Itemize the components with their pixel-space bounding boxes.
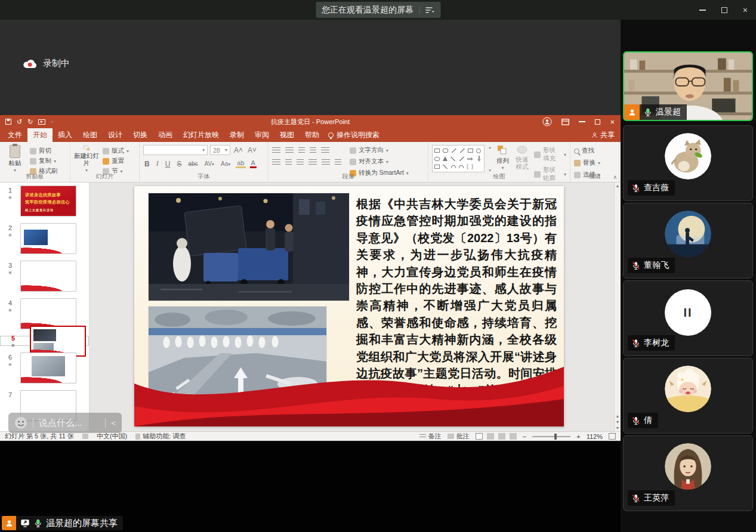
justify-icon[interactable] bbox=[308, 159, 317, 166]
slide-thumb-5-selected[interactable]: 5∗ bbox=[0, 336, 89, 346]
spellcheck-icon[interactable] bbox=[82, 434, 88, 439]
current-slide[interactable]: 根据《中共吉林大学委员会关于新冠疫情应急管控时期加强党的建设的指导意见》（校党发… bbox=[134, 186, 564, 426]
char-spacing-button[interactable]: AV▾ bbox=[203, 160, 215, 167]
tab-transitions[interactable]: 切换 bbox=[128, 128, 153, 142]
ppt-minimize-button[interactable] bbox=[579, 121, 585, 122]
reset-button[interactable]: 重置 bbox=[103, 157, 129, 165]
participant-tile-wenjingchao[interactable]: 温景超 bbox=[623, 51, 753, 121]
close-button[interactable]: × bbox=[743, 6, 748, 14]
align-left-icon[interactable] bbox=[272, 159, 280, 166]
slide-thumb-1[interactable]: 1∗ 讲述身边抗疫故事 筑牢防控疫情必胜信心 线上主题党日活动 bbox=[0, 185, 89, 216]
participant-tile-lishulong[interactable]: II 李树龙 bbox=[623, 280, 753, 356]
slide-thumb-4[interactable]: 4∗ bbox=[0, 298, 89, 329]
zoom-out-icon[interactable]: − bbox=[523, 433, 526, 440]
underline-button[interactable]: U bbox=[164, 160, 172, 168]
zoom-slider[interactable] bbox=[532, 436, 570, 437]
ppt-share-button[interactable]: 共享 bbox=[591, 130, 615, 140]
line-spacing-icon[interactable] bbox=[321, 147, 329, 154]
paste-button[interactable]: 粘贴▾ bbox=[4, 145, 26, 173]
tab-insert[interactable]: 插入 bbox=[53, 128, 78, 142]
shapes-gallery[interactable]: {} bbox=[432, 145, 485, 172]
chat-input-placeholder[interactable]: 说点什么... bbox=[39, 417, 100, 429]
change-case-button[interactable]: Aa▾ bbox=[220, 160, 232, 167]
reading-view-icon[interactable] bbox=[498, 433, 505, 440]
qat-customize-icon[interactable]: ▾ bbox=[51, 119, 53, 125]
shape-fill-button[interactable]: 形状填充▾ bbox=[534, 146, 566, 163]
italic-button[interactable]: I bbox=[155, 159, 160, 168]
arrange-button[interactable]: 排列▾ bbox=[495, 145, 510, 173]
normal-view-icon[interactable] bbox=[476, 433, 483, 440]
cut-button[interactable]: 剪切 bbox=[30, 147, 58, 155]
start-slideshow-icon[interactable] bbox=[38, 119, 45, 125]
participant-tile-donghanfei[interactable]: 董翰飞 bbox=[623, 203, 753, 279]
text-direction-button[interactable]: 文字方向▾ bbox=[350, 146, 409, 154]
tab-animations[interactable]: 动画 bbox=[153, 128, 178, 142]
participant-tile-zhajiwei[interactable]: 查吉薇 bbox=[623, 125, 753, 201]
strikethrough-button[interactable]: S bbox=[175, 160, 183, 168]
align-right-icon[interactable] bbox=[297, 159, 304, 166]
tab-home[interactable]: 开始 bbox=[27, 128, 53, 142]
bold-button[interactable]: B bbox=[143, 160, 151, 168]
layout-button[interactable]: 版式▾ bbox=[103, 147, 129, 155]
chat-quick-input[interactable]: 说点什么... < bbox=[8, 413, 122, 433]
increase-indent-icon[interactable] bbox=[310, 147, 316, 154]
tab-view[interactable]: 视图 bbox=[274, 128, 300, 142]
undo-icon[interactable]: ↺ bbox=[17, 118, 22, 126]
tab-file[interactable]: 文件 bbox=[2, 128, 27, 142]
slide-thumb-2[interactable]: 2∗ bbox=[0, 223, 89, 254]
tell-me-search[interactable]: 操作说明搜索 bbox=[328, 130, 379, 140]
ppt-close-button[interactable]: × bbox=[610, 117, 615, 126]
next-slide-icon[interactable]: ▼ bbox=[616, 420, 620, 424]
tab-review[interactable]: 审阅 bbox=[249, 128, 274, 142]
participant-tile-wangyingping[interactable]: 王英萍 bbox=[623, 435, 753, 511]
shapes-scroll-buttons[interactable]: ▲▼ bbox=[488, 145, 492, 173]
slide-thumb-3[interactable]: 3∗ bbox=[0, 261, 89, 292]
columns-icon[interactable] bbox=[322, 159, 330, 166]
notes-button[interactable]: 备注 bbox=[419, 432, 442, 441]
copy-button[interactable]: 复制▾ bbox=[30, 157, 58, 165]
replace-button[interactable]: 替换▾ bbox=[574, 159, 600, 167]
screen-share-badge[interactable]: 温景超的屏幕共享 bbox=[2, 516, 123, 530]
quick-styles-button[interactable]: 快速样式 bbox=[514, 145, 530, 173]
slide-thumb-6[interactable]: 56∗ bbox=[0, 352, 89, 383]
highlight-button[interactable]: ab bbox=[236, 159, 245, 168]
tab-slideshow[interactable]: 幻灯片放映 bbox=[178, 128, 224, 142]
clear-format-button[interactable]: abc bbox=[187, 160, 199, 167]
align-text-button[interactable]: 对齐文本▾ bbox=[350, 157, 409, 166]
font-size-select[interactable]: 28▾ bbox=[210, 145, 230, 155]
maximize-button[interactable] bbox=[721, 7, 727, 13]
tab-record[interactable]: 录制 bbox=[224, 128, 249, 142]
accessibility-status[interactable]: 辅助功能: 调查 bbox=[135, 432, 186, 441]
ppt-restore-button[interactable] bbox=[595, 119, 600, 125]
participant-tile-qian[interactable]: 倩 bbox=[623, 358, 753, 434]
scroll-down-icon[interactable]: ▼ bbox=[616, 426, 620, 430]
zoom-slider-thumb[interactable] bbox=[554, 434, 557, 440]
increase-font-icon[interactable]: A˄ bbox=[233, 146, 244, 154]
collapse-ribbon-icon[interactable]: ∧ bbox=[613, 174, 617, 180]
font-color-button[interactable]: A bbox=[250, 159, 257, 168]
redo-icon[interactable]: ↻ bbox=[27, 118, 33, 126]
slideshow-view-icon[interactable] bbox=[510, 433, 517, 440]
comments-button[interactable]: 批注 bbox=[448, 432, 470, 441]
tab-draw[interactable]: 绘图 bbox=[78, 128, 103, 142]
tab-design[interactable]: 设计 bbox=[103, 128, 128, 142]
bullets-icon[interactable] bbox=[272, 147, 280, 154]
minimize-button[interactable] bbox=[699, 10, 706, 11]
find-button[interactable]: 查找 bbox=[574, 147, 600, 155]
distribute-icon[interactable] bbox=[335, 159, 341, 166]
align-center-icon[interactable] bbox=[285, 159, 292, 166]
decrease-indent-icon[interactable] bbox=[298, 147, 305, 154]
fit-to-window-icon[interactable] bbox=[609, 433, 616, 440]
zoom-in-icon[interactable]: + bbox=[576, 433, 580, 440]
previous-slide-icon[interactable]: ▲ bbox=[616, 414, 620, 418]
vertical-scrollbar[interactable]: ▲ ▲ ▼ ▼ bbox=[614, 183, 621, 431]
decrease-font-icon[interactable]: A˅ bbox=[246, 146, 258, 154]
viewing-screen-banner[interactable]: 您正在观看温景超的屏幕 bbox=[316, 2, 440, 18]
ribbon-display-options-icon[interactable] bbox=[561, 119, 569, 125]
language-indicator[interactable]: 中文(中国) bbox=[97, 432, 127, 441]
font-name-select[interactable]: ▾ bbox=[143, 145, 208, 155]
account-icon[interactable] bbox=[542, 117, 552, 126]
tab-help[interactable]: 帮助 bbox=[300, 128, 325, 142]
zoom-level[interactable]: 112% bbox=[587, 433, 603, 440]
emoji-icon[interactable] bbox=[14, 416, 27, 429]
